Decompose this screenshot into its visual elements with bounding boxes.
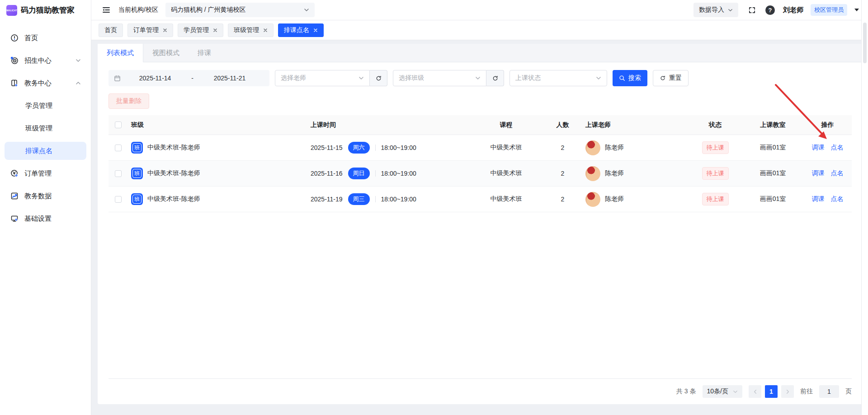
table-row: 班 中级美术班-陈老师 2025-11-19 周三 18:00~19:00 中级… bbox=[108, 187, 852, 212]
reschedule-link[interactable]: 调课 bbox=[812, 144, 825, 152]
search-icon bbox=[619, 75, 625, 81]
tab-label: 列表模式 bbox=[107, 49, 134, 57]
bulk-delete-button[interactable]: 批量删除 bbox=[108, 93, 149, 109]
date-start-value[interactable]: 2025-11-14 bbox=[121, 75, 189, 82]
sidebar-item-academic-data[interactable]: 教务数据 bbox=[5, 187, 86, 205]
data-import-label: 数据导入 bbox=[699, 6, 724, 14]
current-page-button[interactable]: 1 bbox=[765, 385, 778, 398]
page-size-value: 10条/页 bbox=[707, 387, 728, 396]
lesson-time: 18:00~19:00 bbox=[381, 144, 416, 151]
user-menu-caret-icon[interactable] bbox=[854, 9, 859, 11]
student-count: 2 bbox=[543, 144, 582, 151]
reset-button[interactable]: 重置 bbox=[653, 70, 689, 86]
academic-doc-gear-icon bbox=[10, 79, 19, 88]
class-name: 中级美术班-陈老师 bbox=[147, 195, 200, 203]
close-icon[interactable] bbox=[313, 28, 318, 33]
sidebar-item-schedule-rollcall[interactable]: 排课点名 bbox=[5, 142, 86, 160]
weekday-badge: 周日 bbox=[348, 168, 370, 179]
column-header-actions: 操作 bbox=[803, 121, 852, 129]
content-card: 列表模式 视图模式 排课 2025-11-14 - 2025-11-21 选择老… bbox=[98, 44, 863, 404]
tab-label: 排课 bbox=[198, 49, 211, 57]
class-badge-icon: 班 bbox=[131, 168, 143, 179]
date-range-picker[interactable]: 2025-11-14 - 2025-11-21 bbox=[108, 70, 269, 86]
search-button[interactable]: 搜索 bbox=[613, 70, 647, 86]
refresh-icon bbox=[660, 75, 666, 81]
sidebar: MALICAT 码力猫助教管家 首页 招生中心 bbox=[0, 0, 91, 415]
teacher-name: 陈老师 bbox=[605, 169, 624, 177]
date-end-value[interactable]: 2025-11-21 bbox=[195, 75, 264, 82]
page-size-select[interactable]: 10条/页 bbox=[703, 385, 742, 398]
tab-view-mode[interactable]: 视图模式 bbox=[143, 44, 189, 62]
row-checkbox[interactable] bbox=[115, 170, 122, 177]
rollcall-link[interactable]: 点名 bbox=[831, 169, 844, 177]
target-icon bbox=[10, 56, 19, 65]
prev-page-button[interactable] bbox=[749, 385, 761, 398]
sidebar-item-label: 首页 bbox=[24, 34, 81, 42]
chart-trend-icon bbox=[10, 191, 19, 201]
class-badge-icon: 班 bbox=[131, 193, 143, 205]
sidebar-collapse-icon[interactable] bbox=[101, 5, 111, 15]
sidebar-item-enrollment-center[interactable]: 招生中心 bbox=[5, 51, 86, 70]
class-select-placeholder: 选择班级 bbox=[399, 74, 475, 82]
class-refresh-button[interactable] bbox=[486, 70, 504, 86]
org-campus-select[interactable]: 码力猫机构 / 广州黄埔校区 bbox=[165, 3, 315, 17]
chevron-down-icon bbox=[359, 75, 364, 81]
sidebar-menu: 首页 招生中心 教务中心 学员 bbox=[0, 20, 91, 236]
goto-page-input[interactable]: 1 bbox=[819, 385, 839, 398]
row-checkbox[interactable] bbox=[115, 145, 122, 151]
class-badge-text: 班 bbox=[132, 143, 142, 152]
chevron-down-icon bbox=[728, 8, 733, 13]
close-icon[interactable] bbox=[263, 28, 268, 33]
fullscreen-icon[interactable] bbox=[745, 4, 758, 16]
table-header-row: 班级 上课时间 课程 人数 上课老师 状态 上课教室 操作 bbox=[108, 115, 852, 135]
page-tab-schedule-rollcall[interactable]: 排课点名 bbox=[278, 23, 324, 37]
user-name: 刘老师 bbox=[783, 6, 803, 14]
class-name: 中级美术班-陈老师 bbox=[147, 169, 200, 177]
class-select[interactable]: 选择班级 bbox=[393, 70, 486, 86]
reschedule-link[interactable]: 调课 bbox=[812, 169, 825, 177]
help-icon[interactable]: ? bbox=[765, 5, 775, 15]
page-tab-label: 订单管理 bbox=[133, 26, 159, 34]
teacher-refresh-button[interactable] bbox=[370, 70, 387, 86]
data-import-button[interactable]: 数据导入 bbox=[693, 3, 738, 17]
teacher-avatar bbox=[585, 192, 600, 207]
select-all-checkbox[interactable] bbox=[115, 121, 122, 128]
user-role-badge: 校区管理员 bbox=[811, 4, 847, 16]
teacher-select[interactable]: 选择老师 bbox=[275, 70, 370, 86]
page-tab-home[interactable]: 首页 bbox=[99, 23, 123, 37]
page-tab-students[interactable]: 学员管理 bbox=[178, 23, 223, 37]
column-header-status: 状态 bbox=[688, 121, 742, 129]
page-tab-label: 学员管理 bbox=[184, 26, 209, 34]
sidebar-item-academic-center[interactable]: 教务中心 bbox=[5, 74, 86, 92]
sidebar-item-basic-settings[interactable]: 基础设置 bbox=[5, 210, 86, 228]
sidebar-item-class-management[interactable]: 班级管理 bbox=[5, 119, 86, 137]
close-icon[interactable] bbox=[162, 28, 167, 33]
date-range-separator: - bbox=[189, 75, 195, 82]
chevron-left-icon bbox=[753, 389, 758, 394]
main-column: 当前机构/校区 码力猫机构 / 广州黄埔校区 数据导入 ? 刘老师 校区管理员 … bbox=[91, 0, 868, 415]
page-tab-orders[interactable]: 订单管理 bbox=[127, 23, 173, 37]
chevron-down-icon bbox=[75, 58, 81, 63]
status-select-placeholder: 上课状态 bbox=[515, 74, 596, 82]
page-tab-bar: 首页 订单管理 学员管理 班级管理 排课点名 bbox=[91, 20, 868, 40]
reschedule-link[interactable]: 调课 bbox=[812, 195, 825, 203]
tab-scheduling[interactable]: 排课 bbox=[189, 44, 220, 62]
topbar: 当前机构/校区 码力猫机构 / 广州黄埔校区 数据导入 ? 刘老师 校区管理员 bbox=[91, 0, 868, 20]
rollcall-link[interactable]: 点名 bbox=[831, 144, 844, 152]
lesson-date: 2025-11-15 bbox=[311, 144, 343, 151]
next-page-button[interactable] bbox=[781, 385, 794, 398]
sidebar-item-home[interactable]: 首页 bbox=[5, 29, 86, 47]
view-mode-tabs: 列表模式 视图模式 排课 bbox=[98, 44, 863, 62]
rollcall-link[interactable]: 点名 bbox=[831, 195, 844, 203]
close-icon[interactable] bbox=[212, 28, 217, 33]
scrollbar-thumb[interactable] bbox=[863, 23, 867, 63]
sidebar-item-student-management[interactable]: 学员管理 bbox=[5, 97, 86, 115]
tab-list-mode[interactable]: 列表模式 bbox=[98, 44, 143, 62]
status-select[interactable]: 上课状态 bbox=[509, 70, 607, 86]
sidebar-item-order-management[interactable]: 订单管理 bbox=[5, 164, 86, 182]
chevron-up-icon bbox=[75, 80, 81, 86]
app-logo: MALICAT bbox=[6, 5, 17, 16]
scrollbar-track[interactable] bbox=[861, 0, 868, 415]
row-checkbox[interactable] bbox=[115, 196, 122, 203]
page-tab-classes[interactable]: 班级管理 bbox=[228, 23, 274, 37]
